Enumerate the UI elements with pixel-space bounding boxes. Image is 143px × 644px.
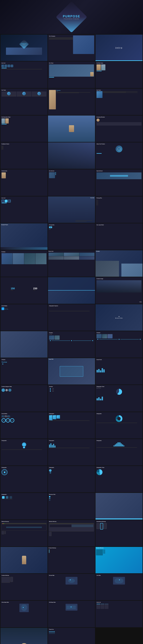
slide-68[interactable]: Thank You	[48, 628, 95, 644]
slide-9[interactable]: Our Team	[96, 88, 142, 115]
slide-47[interactable]: Infographic	[48, 439, 95, 466]
slide-64[interactable]: Africa Map Slide	[0, 601, 48, 627]
slide-3[interactable]: Intro	[96, 34, 142, 61]
slide-4[interactable]: Icon List	[0, 62, 48, 88]
slide-44[interactable]: Infographic	[48, 412, 95, 438]
slide-6[interactable]: Our Best Team	[96, 62, 142, 88]
s60-phone	[103, 550, 105, 554]
slide-17-services	[55, 172, 56, 178]
slide-6-title: Our Best Team	[96, 62, 103, 64]
tl41-t2: 2021	[52, 390, 54, 390]
slide-55[interactable]: Website Mockup	[0, 520, 48, 546]
slide-58[interactable]	[0, 547, 48, 573]
slide-45[interactable]: Infographic	[96, 412, 142, 438]
td-2	[71, 340, 72, 341]
slide-19[interactable]: Icon List	[0, 196, 48, 223]
slide-51[interactable]: Infographic Chart	[96, 466, 142, 492]
slide-20[interactable]: Our Jobs	[48, 196, 95, 223]
slide-65-map	[66, 604, 78, 610]
slide-17-img	[49, 172, 55, 178]
slide-41[interactable]: Timeline 2020 2021 2022	[48, 385, 95, 412]
slide-25[interactable]: Portfolio	[0, 250, 48, 277]
slide-67[interactable]	[0, 628, 48, 644]
slide-59[interactable]: Creative Mockup	[48, 547, 95, 573]
s43-lbl1: Facebook	[2, 417, 4, 418]
slide-55-content	[2, 524, 46, 530]
slide-60[interactable]: Creative Mockup	[96, 547, 142, 573]
slide-12[interactable]: Company Reviews	[96, 116, 142, 142]
slide-21[interactable]: Pricing Plan	[96, 196, 142, 223]
slide-23[interactable]: Pricing Plan $49 /12 m	[48, 223, 95, 250]
slide-52[interactable]: Infographic	[0, 493, 48, 519]
slide-10[interactable]: Our Executive Team	[0, 116, 48, 142]
slide-18[interactable]: Special Event	[96, 169, 142, 196]
slide-54[interactable]	[96, 493, 142, 519]
s62-europe	[68, 578, 75, 583]
cb-2	[98, 369, 100, 372]
slide-28[interactable]: 150 230	[0, 277, 48, 304]
slide-50[interactable]: Infographic	[48, 466, 95, 492]
slide-31[interactable]: Social Media t Twitter User	[0, 304, 48, 331]
slide-36[interactable]: Timeline	[96, 331, 142, 358]
pr3	[115, 444, 123, 445]
slide-63[interactable]: Asia Map	[96, 574, 142, 600]
slide-66[interactable]: Letto List	[96, 601, 142, 627]
td-1	[50, 340, 51, 341]
slide-16[interactable]: Testimonials	[0, 169, 48, 196]
slide-35[interactable]: Timeline Let's Start	[48, 331, 95, 358]
slide-8[interactable]: Alexandra CEO	[48, 88, 95, 115]
slide-4-bar	[2, 68, 7, 68]
slide-42[interactable]: Infographic Chart Annual Report	[96, 385, 142, 412]
s61-phone	[10, 577, 13, 582]
slide-40[interactable]: Creative Diagram Slide	[0, 385, 48, 412]
slide-20-overlay	[48, 196, 95, 223]
slide-48[interactable]: Infographic	[96, 439, 142, 466]
slide-39[interactable]: Social Feed	[96, 358, 142, 384]
slide-29[interactable]	[48, 277, 95, 304]
slide-6-p1	[96, 64, 101, 70]
slide-5[interactable]: Our Team	[48, 62, 95, 88]
slide-22[interactable]: Example Project	[0, 223, 48, 250]
slide-56[interactable]: Website Mockup	[48, 520, 95, 546]
slide-1[interactable]: PURPOSE Template	[0, 34, 48, 61]
slide-61[interactable]: Creative Mockup	[0, 574, 48, 600]
slide-46[interactable]: Infographic	[0, 439, 48, 466]
slide-53[interactable]: Business Plan	[48, 493, 95, 519]
slide-32[interactable]: Infographic Squares	[48, 304, 95, 331]
s43-lbl2: Twitter	[4, 417, 7, 418]
slide-12-box	[96, 122, 142, 126]
slide-13[interactable]: Feedback Clients	[0, 142, 48, 169]
s17-s2	[55, 173, 56, 174]
slide-24-photos	[96, 226, 97, 232]
slide-38[interactable]: Image Slide	[48, 358, 95, 384]
slide-37[interactable]: Timeline The End	[0, 358, 48, 384]
slide-34[interactable]	[0, 331, 48, 358]
slide-2[interactable]: Our Company	[48, 34, 95, 61]
slide-66-title: Letto List	[96, 602, 101, 603]
slide-33-text: Break Slide	[115, 318, 123, 318]
s64-africa	[21, 604, 27, 611]
slide-27[interactable]: Portfolio	[96, 250, 142, 277]
slide-56-layout	[49, 524, 94, 528]
slide-15[interactable]: About Our Product	[96, 142, 142, 169]
slide-26[interactable]: Photo Grid	[48, 250, 95, 277]
slide-14[interactable]	[48, 142, 95, 169]
slide-8-text: Alexandra CEO	[56, 90, 94, 110]
slide-10-bar	[2, 124, 7, 124]
slide-62[interactable]: Europe Map	[48, 574, 95, 600]
slide-17[interactable]: Our Service	[48, 169, 95, 196]
slide-49[interactable]: Infographic	[0, 466, 48, 492]
slide-2-photo	[73, 36, 94, 54]
slide-4-icons	[2, 65, 13, 67]
slide-33[interactable]: Break Slide	[96, 304, 142, 331]
slide-3-bg: Intro	[96, 34, 142, 61]
slide-57[interactable]: Smartphone Mockup	[96, 520, 142, 546]
slide-30[interactable]: Creative Image Slide	[96, 277, 142, 304]
slide-7[interactable]: Our Team	[0, 88, 48, 115]
slide-18-title: Special Event	[96, 170, 103, 172]
slide-65[interactable]: USA Map Slide	[48, 601, 95, 627]
slide-11[interactable]	[48, 116, 95, 142]
slide-43[interactable]: Social Media 95% Facebook 79% Twitter 85…	[0, 412, 48, 438]
slide-24[interactable]: Our Latest Work	[96, 223, 142, 250]
s52-box3	[10, 496, 12, 499]
